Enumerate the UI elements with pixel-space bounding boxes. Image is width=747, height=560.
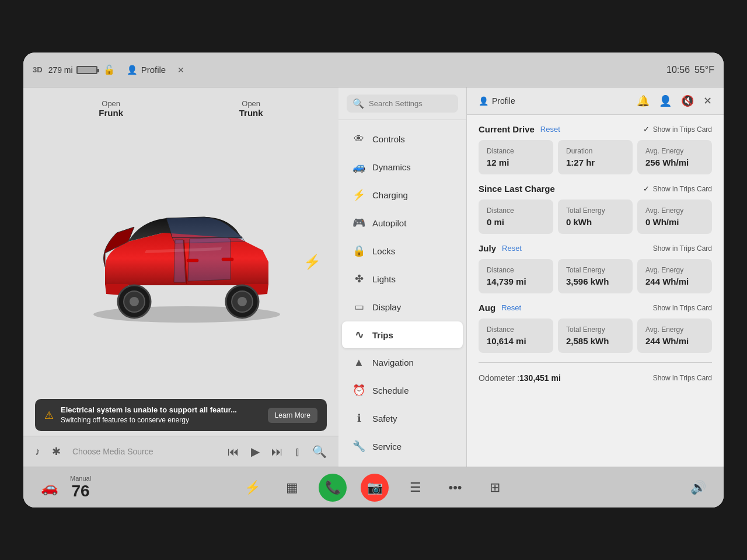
locks-icon: 🔒: [352, 244, 365, 257]
skip-forward-button[interactable]: ⏭: [271, 445, 283, 459]
grid-button[interactable]: ⊞: [482, 475, 508, 501]
nav-item-schedule[interactable]: ⏰ Schedule: [342, 377, 463, 404]
svg-rect-9: [222, 258, 233, 261]
nav-item-navigation[interactable]: ▲ Navigation: [342, 349, 463, 376]
july-distance: Distance 14,739 mi: [479, 259, 553, 293]
bluetooth-button[interactable]: ⚡: [239, 475, 265, 501]
car-illustration: [70, 198, 292, 326]
slc-energy-value: 0 kWh: [566, 217, 624, 227]
equalizer-button[interactable]: ⫿: [295, 445, 301, 459]
search-media-button[interactable]: 🔍: [312, 444, 327, 459]
slc-avg-energy: Avg. Energy 0 Wh/mi: [637, 200, 712, 234]
odometer-show-trips[interactable]: Show in Trips Card: [653, 374, 712, 382]
july-distance-value: 14,739 mi: [487, 276, 545, 286]
current-drive-grid: Distance 12 mi Duration 1:27 hr Avg. Ene…: [479, 140, 712, 174]
checkmark-icon: ✓: [643, 125, 650, 134]
camera-button[interactable]: 📷: [361, 474, 389, 502]
temperature-display: 55°F: [694, 65, 714, 75]
aug-avg-value: 244 Wh/mi: [645, 336, 704, 346]
media-eq-button[interactable]: ▦: [279, 475, 305, 501]
bell-icon[interactable]: 🔔: [637, 94, 650, 107]
open-frunk-label: Open: [99, 99, 123, 108]
time-temp: 10:56 55°F: [666, 65, 714, 75]
trips-label: Trips: [372, 330, 393, 340]
taskbar-right: 🔊: [508, 480, 706, 495]
dynamics-label: Dynamics: [372, 162, 411, 172]
duration-value: 1:27 hr: [566, 158, 624, 167]
person-icon[interactable]: 👤: [659, 94, 672, 107]
lock-icon: 🔓: [103, 64, 115, 75]
car-svg: [70, 198, 292, 326]
current-drive-show-trips[interactable]: ✓ Show in Trips Card: [643, 125, 712, 134]
service-label: Service: [372, 442, 402, 452]
july-total-energy: Total Energy 3,596 kWh: [558, 259, 633, 293]
nav-item-display[interactable]: ▭ Display: [342, 293, 463, 320]
since-last-charge-show-trips[interactable]: ✓ Show in Trips Card: [643, 184, 712, 193]
car-controls-top: Open Frunk Open Trunk: [23, 88, 338, 130]
controls-label: Controls: [372, 134, 405, 144]
display-icon: ▭: [352, 300, 365, 313]
learn-more-button[interactable]: Learn More: [268, 408, 317, 423]
grid-icon: ⊞: [490, 480, 500, 495]
search-input[interactable]: [369, 99, 452, 108]
july-header: July Reset Show in Trips Card: [479, 243, 712, 253]
lights-label: Lights: [372, 274, 396, 284]
alert-body: Switching off features to conserve energ…: [61, 415, 261, 425]
car-image-area: ⚡: [23, 130, 338, 394]
nav-item-safety[interactable]: ℹ Safety: [342, 405, 463, 432]
nav-item-charging[interactable]: ⚡ Charging: [342, 181, 463, 208]
nav-item-service[interactable]: 🔧 Service: [342, 433, 463, 460]
july-energy-label: Total Energy: [566, 266, 624, 274]
open-trunk-label: Open: [239, 99, 263, 108]
range-value: 279 mi: [48, 65, 73, 75]
nav-item-controls[interactable]: 👁 Controls: [342, 126, 463, 152]
slc-distance: Distance 0 mi: [479, 200, 553, 234]
july-show-label: Show in Trips Card: [653, 244, 712, 253]
more-button[interactable]: •••: [442, 475, 468, 501]
status-bar: 3D 279 mi 🔓 👤 Profile ✕ 10:56 55°F: [23, 52, 724, 88]
profile-button[interactable]: 👤 Profile: [121, 62, 172, 78]
july-show-trips[interactable]: Show in Trips Card: [653, 244, 712, 253]
july-reset[interactable]: Reset: [502, 244, 522, 253]
taskbar-center: ⚡ ▦ 📞 📷 ☰ ••• ⊞: [239, 474, 508, 502]
aug-reset[interactable]: Reset: [501, 303, 521, 312]
slc-distance-label: Distance: [487, 206, 545, 215]
settings-nav-list: 👁 Controls 🚙 Dynamics ⚡ Charging 🎮 Autop…: [338, 120, 466, 467]
aug-show-trips[interactable]: Show in Trips Card: [653, 304, 712, 312]
nav-item-locks[interactable]: 🔒 Locks: [342, 237, 463, 264]
play-button[interactable]: ▶: [251, 444, 260, 459]
x-icon[interactable]: ✕: [703, 94, 712, 107]
alert-text: Electrical system is unable to support a…: [61, 405, 261, 425]
nav-item-dynamics[interactable]: 🚙 Dynamics: [342, 153, 463, 180]
volume-off-icon[interactable]: 🔇: [681, 94, 694, 107]
lights-icon: ✤: [352, 272, 365, 285]
nav-item-lights[interactable]: ✤ Lights: [342, 265, 463, 292]
navigation-icon: ▲: [352, 356, 365, 369]
aug-show-label: Show in Trips Card: [653, 304, 712, 312]
current-drive-reset[interactable]: Reset: [540, 125, 560, 134]
odometer-row: Odometer : 130,451 mi Show in Trips Card: [479, 368, 712, 388]
fingerprint-button[interactable]: ☰: [403, 475, 428, 501]
controls-icon: 👁: [352, 133, 365, 145]
avg-energy-label: Avg. Energy: [645, 147, 704, 155]
car-status-icon[interactable]: 🚗: [41, 480, 58, 496]
profile-header-icon: 👤: [479, 96, 488, 106]
nav-item-autopilot[interactable]: 🎮 Autopilot: [342, 209, 463, 236]
odometer-label: Odometer :: [479, 373, 519, 383]
current-drive-header: Current Drive Reset ✓ Show in Trips Card: [479, 124, 712, 134]
profile-header-button[interactable]: 👤 Profile: [479, 96, 515, 106]
phone-button[interactable]: 📞: [319, 474, 347, 502]
nav-item-software[interactable]: ↓ Software: [342, 461, 463, 467]
climate-temp[interactable]: 76: [71, 482, 89, 501]
nav-item-trips[interactable]: ∿ Trips: [342, 321, 463, 348]
choose-media-label[interactable]: Choose Media Source: [72, 447, 216, 456]
skip-back-button[interactable]: ⏮: [228, 445, 239, 459]
open-trunk-button[interactable]: Open Trunk: [239, 99, 263, 118]
alert-icon: ⚠: [44, 409, 54, 422]
taskbar-left: 🚗 Manual 76: [41, 475, 239, 501]
current-drive-energy: Avg. Energy 256 Wh/mi: [637, 140, 712, 174]
july-avg-energy: Avg. Energy 244 Wh/mi: [637, 259, 712, 293]
settings-nav-panel: 🔍 👁 Controls 🚙 Dynamics ⚡ Charging: [338, 88, 467, 467]
volume-button[interactable]: 🔊: [690, 480, 706, 495]
open-frunk-button[interactable]: Open Frunk: [99, 99, 123, 118]
